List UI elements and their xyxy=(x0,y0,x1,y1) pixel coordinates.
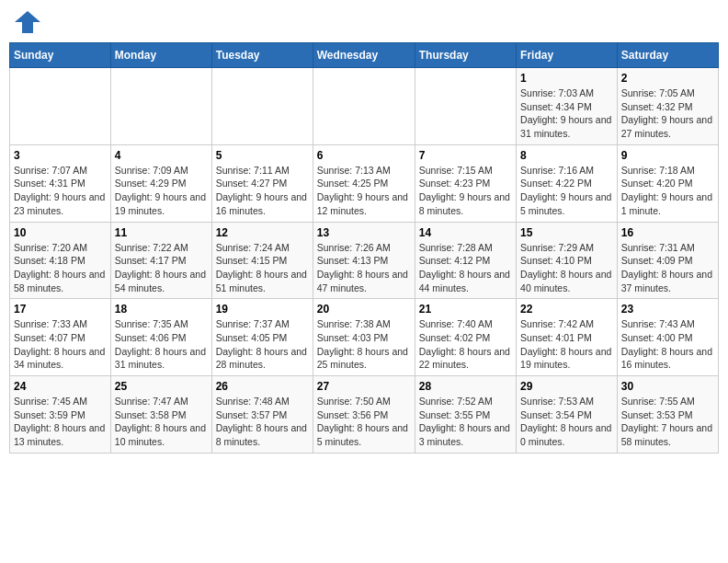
day-info: Sunrise: 7:31 AMSunset: 4:09 PMDaylight:… xyxy=(621,241,714,295)
week-row-3: 10Sunrise: 7:20 AMSunset: 4:18 PMDayligh… xyxy=(10,222,719,299)
day-number: 17 xyxy=(14,303,107,316)
day-number: 24 xyxy=(14,380,107,393)
day-info: Sunrise: 7:53 AMSunset: 3:54 PMDaylight:… xyxy=(520,395,613,449)
day-number: 21 xyxy=(419,303,512,316)
calendar-cell: 25Sunrise: 7:47 AMSunset: 3:58 PMDayligh… xyxy=(110,376,211,454)
day-info: Sunrise: 7:05 AMSunset: 4:32 PMDaylight:… xyxy=(621,86,714,141)
calendar-cell: 27Sunrise: 7:50 AMSunset: 3:56 PMDayligh… xyxy=(313,376,415,454)
calendar-cell xyxy=(313,68,415,145)
day-number: 19 xyxy=(216,303,309,316)
calendar-cell: 30Sunrise: 7:55 AMSunset: 3:53 PMDayligh… xyxy=(617,376,718,454)
day-number: 10 xyxy=(14,226,107,239)
day-info: Sunrise: 7:48 AMSunset: 3:57 PMDaylight:… xyxy=(216,395,309,449)
day-number: 14 xyxy=(419,226,512,239)
calendar-cell: 9Sunrise: 7:18 AMSunset: 4:20 PMDaylight… xyxy=(617,144,718,222)
day-info: Sunrise: 7:26 AMSunset: 4:13 PMDaylight:… xyxy=(317,241,411,295)
calendar-cell xyxy=(10,68,111,145)
page-header xyxy=(9,9,719,35)
day-info: Sunrise: 7:18 AMSunset: 4:20 PMDaylight:… xyxy=(621,164,714,218)
weekday-row: SundayMondayTuesdayWednesdayThursdayFrid… xyxy=(10,43,719,68)
calendar-cell: 20Sunrise: 7:38 AMSunset: 4:03 PMDayligh… xyxy=(313,299,415,376)
calendar-cell: 15Sunrise: 7:29 AMSunset: 4:10 PMDayligh… xyxy=(517,222,618,299)
day-info: Sunrise: 7:24 AMSunset: 4:15 PMDaylight:… xyxy=(216,241,309,295)
day-info: Sunrise: 7:38 AMSunset: 4:03 PMDaylight:… xyxy=(317,317,411,372)
calendar-cell: 19Sunrise: 7:37 AMSunset: 4:05 PMDayligh… xyxy=(211,299,313,376)
day-info: Sunrise: 7:43 AMSunset: 4:00 PMDaylight:… xyxy=(621,317,714,372)
day-number: 26 xyxy=(216,380,309,393)
day-number: 2 xyxy=(621,72,714,85)
logo xyxy=(13,9,46,35)
calendar-cell: 5Sunrise: 7:11 AMSunset: 4:27 PMDaylight… xyxy=(211,144,313,222)
calendar-cell xyxy=(415,68,516,145)
day-number: 16 xyxy=(621,226,714,239)
day-info: Sunrise: 7:37 AMSunset: 4:05 PMDaylight:… xyxy=(216,317,309,372)
logo-icon xyxy=(13,9,42,35)
calendar-cell: 6Sunrise: 7:13 AMSunset: 4:25 PMDaylight… xyxy=(313,144,415,222)
weekday-header-friday: Friday xyxy=(517,43,618,68)
day-info: Sunrise: 7:47 AMSunset: 3:58 PMDaylight:… xyxy=(115,395,208,449)
calendar-cell: 24Sunrise: 7:45 AMSunset: 3:59 PMDayligh… xyxy=(10,376,111,454)
weekday-header-monday: Monday xyxy=(110,43,211,68)
calendar-cell: 8Sunrise: 7:16 AMSunset: 4:22 PMDaylight… xyxy=(517,144,618,222)
calendar-cell: 23Sunrise: 7:43 AMSunset: 4:00 PMDayligh… xyxy=(617,299,718,376)
day-number: 1 xyxy=(520,72,613,85)
day-info: Sunrise: 7:13 AMSunset: 4:25 PMDaylight:… xyxy=(317,164,411,218)
calendar-cell: 12Sunrise: 7:24 AMSunset: 4:15 PMDayligh… xyxy=(211,222,313,299)
day-number: 25 xyxy=(115,380,208,393)
calendar-cell: 21Sunrise: 7:40 AMSunset: 4:02 PMDayligh… xyxy=(415,299,516,376)
week-row-2: 3Sunrise: 7:07 AMSunset: 4:31 PMDaylight… xyxy=(10,144,719,222)
calendar: SundayMondayTuesdayWednesdayThursdayFrid… xyxy=(9,42,719,454)
weekday-header-sunday: Sunday xyxy=(10,43,111,68)
calendar-cell xyxy=(110,68,211,145)
day-number: 7 xyxy=(419,149,512,162)
day-number: 9 xyxy=(621,149,714,162)
calendar-cell xyxy=(211,68,313,145)
day-info: Sunrise: 7:52 AMSunset: 3:55 PMDaylight:… xyxy=(419,395,512,449)
day-info: Sunrise: 7:22 AMSunset: 4:17 PMDaylight:… xyxy=(115,241,208,295)
day-info: Sunrise: 7:03 AMSunset: 4:34 PMDaylight:… xyxy=(520,86,613,141)
calendar-header: SundayMondayTuesdayWednesdayThursdayFrid… xyxy=(10,43,719,68)
weekday-header-saturday: Saturday xyxy=(617,43,718,68)
calendar-cell: 10Sunrise: 7:20 AMSunset: 4:18 PMDayligh… xyxy=(10,222,111,299)
day-info: Sunrise: 7:20 AMSunset: 4:18 PMDaylight:… xyxy=(14,241,107,295)
day-number: 28 xyxy=(419,380,512,393)
day-info: Sunrise: 7:28 AMSunset: 4:12 PMDaylight:… xyxy=(419,241,512,295)
day-info: Sunrise: 7:50 AMSunset: 3:56 PMDaylight:… xyxy=(317,395,411,449)
calendar-cell: 18Sunrise: 7:35 AMSunset: 4:06 PMDayligh… xyxy=(110,299,211,376)
calendar-cell: 11Sunrise: 7:22 AMSunset: 4:17 PMDayligh… xyxy=(110,222,211,299)
day-number: 6 xyxy=(317,149,411,162)
weekday-header-thursday: Thursday xyxy=(415,43,516,68)
calendar-cell: 29Sunrise: 7:53 AMSunset: 3:54 PMDayligh… xyxy=(517,376,618,454)
day-number: 30 xyxy=(621,380,714,393)
day-info: Sunrise: 7:42 AMSunset: 4:01 PMDaylight:… xyxy=(520,317,613,372)
day-number: 12 xyxy=(216,226,309,239)
day-info: Sunrise: 7:40 AMSunset: 4:02 PMDaylight:… xyxy=(419,317,512,372)
day-number: 22 xyxy=(520,303,613,316)
day-info: Sunrise: 7:11 AMSunset: 4:27 PMDaylight:… xyxy=(216,164,309,218)
calendar-cell: 3Sunrise: 7:07 AMSunset: 4:31 PMDaylight… xyxy=(10,144,111,222)
day-info: Sunrise: 7:55 AMSunset: 3:53 PMDaylight:… xyxy=(621,395,714,449)
day-number: 4 xyxy=(115,149,208,162)
weekday-header-wednesday: Wednesday xyxy=(313,43,415,68)
day-number: 8 xyxy=(520,149,613,162)
calendar-cell: 1Sunrise: 7:03 AMSunset: 4:34 PMDaylight… xyxy=(517,68,618,145)
calendar-cell: 17Sunrise: 7:33 AMSunset: 4:07 PMDayligh… xyxy=(10,299,111,376)
day-number: 15 xyxy=(520,226,613,239)
day-info: Sunrise: 7:07 AMSunset: 4:31 PMDaylight:… xyxy=(14,164,107,218)
day-number: 20 xyxy=(317,303,411,316)
calendar-cell: 22Sunrise: 7:42 AMSunset: 4:01 PMDayligh… xyxy=(517,299,618,376)
week-row-5: 24Sunrise: 7:45 AMSunset: 3:59 PMDayligh… xyxy=(10,376,719,454)
calendar-cell: 7Sunrise: 7:15 AMSunset: 4:23 PMDaylight… xyxy=(415,144,516,222)
day-number: 27 xyxy=(317,380,411,393)
day-number: 11 xyxy=(115,226,208,239)
day-info: Sunrise: 7:09 AMSunset: 4:29 PMDaylight:… xyxy=(115,164,208,218)
day-info: Sunrise: 7:33 AMSunset: 4:07 PMDaylight:… xyxy=(14,317,107,372)
weekday-header-tuesday: Tuesday xyxy=(211,43,313,68)
day-info: Sunrise: 7:29 AMSunset: 4:10 PMDaylight:… xyxy=(520,241,613,295)
day-number: 29 xyxy=(520,380,613,393)
week-row-1: 1Sunrise: 7:03 AMSunset: 4:34 PMDaylight… xyxy=(10,68,719,145)
day-number: 23 xyxy=(621,303,714,316)
day-number: 18 xyxy=(115,303,208,316)
day-info: Sunrise: 7:45 AMSunset: 3:59 PMDaylight:… xyxy=(14,395,107,449)
calendar-cell: 4Sunrise: 7:09 AMSunset: 4:29 PMDaylight… xyxy=(110,144,211,222)
